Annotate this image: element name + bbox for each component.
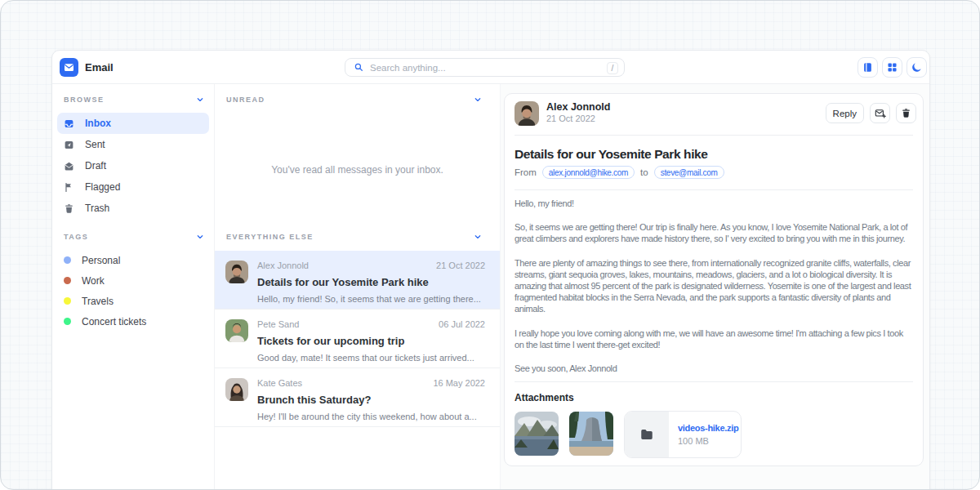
from-email-pill[interactable]: alex.jonnold@hike.com xyxy=(542,166,635,179)
avatar xyxy=(225,378,248,401)
trash-icon xyxy=(901,108,911,118)
tag-item-travels[interactable]: Travels xyxy=(57,291,209,311)
email-subject: Brunch this Saturday? xyxy=(257,394,485,406)
unread-empty-message: You've read all messages in your inbox. xyxy=(215,164,500,176)
browse-section-label: BROWSE xyxy=(64,96,105,104)
from-label: From xyxy=(514,167,537,177)
tag-dot xyxy=(64,297,71,305)
detail-sender-name: Alex Jonnold xyxy=(546,101,610,113)
detail-subject: Details for our Yosemite Park hike xyxy=(514,146,913,162)
email-preview: Good day, mate! It seems that our ticket… xyxy=(257,352,485,363)
tag-dot xyxy=(64,277,71,284)
sidebar-item-draft[interactable]: Draft xyxy=(57,155,209,176)
sent-icon xyxy=(64,140,74,150)
desktop-background: Email / BROWSE xyxy=(0,0,980,490)
trash-icon xyxy=(64,203,74,214)
flag-icon xyxy=(64,182,74,193)
email-preview: Hello, my friend! So, it seems that we a… xyxy=(257,293,485,305)
book-icon xyxy=(862,61,874,74)
mail-plus-icon xyxy=(875,108,886,119)
reply-button[interactable]: Reply xyxy=(826,103,864,123)
inbox-icon xyxy=(64,118,74,129)
email-body: Hello, my friend! So, it seems we are ge… xyxy=(514,198,913,374)
email-subject: Tickets for our upcoming trip xyxy=(257,335,485,347)
email-subject: Details for our Yosemite Park hike xyxy=(257,276,485,288)
email-list-item[interactable]: Alex Jonnold21 Oct 2022 Details for our … xyxy=(215,251,500,310)
everything-else-section-label: EVERYTHING ELSE xyxy=(226,233,314,241)
email-app-window: Email / BROWSE xyxy=(51,50,930,490)
attachment-file-name[interactable]: videos-hike.zip xyxy=(678,423,738,433)
email-preview: Hey! I'll be around the city this weeken… xyxy=(257,411,485,422)
email-sender: Pete Sand xyxy=(257,319,299,330)
forward-button[interactable] xyxy=(870,103,890,123)
attachment-file-card[interactable]: videos-hike.zip 100 MB xyxy=(624,411,742,458)
sidebar: BROWSE Inbox Sent Draft xyxy=(52,84,215,490)
body-paragraph: There are plenty of amazing things to se… xyxy=(514,257,913,315)
app-logo xyxy=(60,58,78,77)
detail-date: 21 Oct 2022 xyxy=(546,114,610,123)
grid-icon xyxy=(886,61,898,74)
email-detail-header: Alex Jonnold 21 Oct 2022 Reply xyxy=(514,101,913,126)
email-detail-column: Alex Jonnold 21 Oct 2022 Reply Details f… xyxy=(501,84,929,490)
delete-button[interactable] xyxy=(896,103,916,123)
attachment-photo[interactable] xyxy=(569,412,613,456)
email-sender: Alex Jonnold xyxy=(257,261,309,271)
tag-item-work[interactable]: Work xyxy=(57,270,209,291)
email-date: 16 May 2022 xyxy=(433,378,485,389)
dark-mode-button[interactable] xyxy=(906,57,927,78)
body-paragraph: Hello, my friend! xyxy=(514,198,913,209)
message-list-column: UNREAD You've read all messages in your … xyxy=(215,84,501,490)
reading-list-button[interactable] xyxy=(858,57,878,78)
email-list-item[interactable]: Pete Sand06 Jul 2022 Tickets for our upc… xyxy=(215,310,500,368)
chevron-down-icon[interactable] xyxy=(196,96,204,104)
moon-icon xyxy=(911,61,923,74)
body-paragraph: See you soon, Alex Jonnold xyxy=(514,363,913,374)
apps-grid-button[interactable] xyxy=(882,57,902,78)
email-detail-card: Alex Jonnold 21 Oct 2022 Reply Details f… xyxy=(504,93,924,466)
tag-dot xyxy=(64,318,71,325)
search-bar[interactable]: / xyxy=(345,58,625,77)
body-paragraph: So, it seems we are getting there! Our t… xyxy=(514,221,913,244)
sidebar-item-inbox[interactable]: Inbox xyxy=(57,113,209,134)
avatar xyxy=(225,319,248,342)
avatar xyxy=(514,101,539,126)
app-header: Email / xyxy=(52,51,929,84)
chevron-down-icon[interactable] xyxy=(474,233,482,241)
tags-list: Personal Work Travels Concert tickets xyxy=(57,250,209,332)
attachment-file-size: 100 MB xyxy=(678,436,738,446)
unread-section-label: UNREAD xyxy=(226,96,265,104)
email-date: 06 Jul 2022 xyxy=(439,319,485,330)
body-paragraph: I really hope you love coming along with… xyxy=(514,327,913,350)
detail-from-row: From alex.jonnold@hike.com to steve@mail… xyxy=(514,166,913,179)
email-date: 21 Oct 2022 xyxy=(436,261,485,271)
sidebar-item-sent[interactable]: Sent xyxy=(57,134,209,155)
folder-icon xyxy=(625,412,669,457)
tag-dot xyxy=(64,256,71,264)
search-icon xyxy=(354,62,364,73)
avatar xyxy=(225,261,248,283)
draft-icon xyxy=(64,161,74,172)
attachments-row: videos-hike.zip 100 MB xyxy=(514,412,913,458)
attachments-label: Attachments xyxy=(514,392,913,403)
chevron-down-icon[interactable] xyxy=(196,233,204,241)
app-title: Email xyxy=(85,61,114,74)
to-email-pill[interactable]: steve@mail.com xyxy=(654,166,724,179)
email-list: Alex Jonnold21 Oct 2022 Details for our … xyxy=(215,251,500,427)
attachment-photo[interactable] xyxy=(514,412,559,456)
search-input[interactable] xyxy=(370,63,603,73)
search-shortcut-badge: / xyxy=(607,62,618,74)
envelope-icon xyxy=(63,61,75,74)
tags-section-label: TAGS xyxy=(64,233,88,241)
sidebar-item-flagged[interactable]: Flagged xyxy=(57,176,209,198)
tag-item-personal[interactable]: Personal xyxy=(57,250,209,270)
header-actions xyxy=(858,57,927,78)
tag-item-concert-tickets[interactable]: Concert tickets xyxy=(57,311,209,332)
sidebar-nav: Inbox Sent Draft Flagged xyxy=(57,113,209,219)
chevron-down-icon[interactable] xyxy=(474,96,482,104)
email-sender: Kate Gates xyxy=(257,378,302,389)
email-list-item[interactable]: Kate Gates16 May 2022 Brunch this Saturd… xyxy=(215,368,500,427)
to-label: to xyxy=(640,167,648,177)
sidebar-item-trash[interactable]: Trash xyxy=(57,198,209,219)
